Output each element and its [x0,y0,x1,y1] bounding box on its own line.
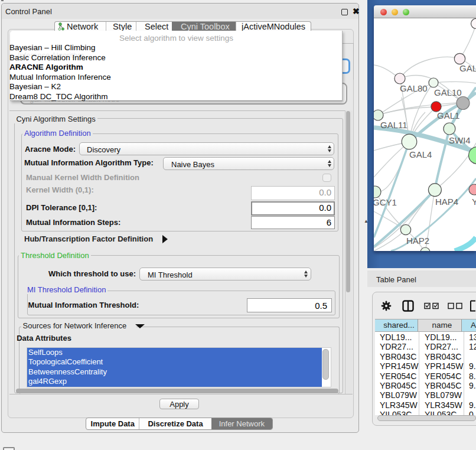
svg-text:SWI4: SWI4 [449,135,471,145]
svg-text:GAL11: GAL11 [380,120,407,130]
svg-text:GAL7: GAL7 [459,63,476,73]
svg-text:GAL80: GAL80 [400,83,428,93]
svg-text:GAL10: GAL10 [434,87,462,97]
svg-text:GAL1: GAL1 [437,110,459,120]
svg-text:GAL4: GAL4 [409,149,432,159]
svg-text:Y: Y [472,197,476,207]
svg-text:HAP2: HAP2 [406,236,429,246]
svg-text:GCY1: GCY1 [374,197,397,207]
svg-text:HAP4: HAP4 [435,197,458,207]
